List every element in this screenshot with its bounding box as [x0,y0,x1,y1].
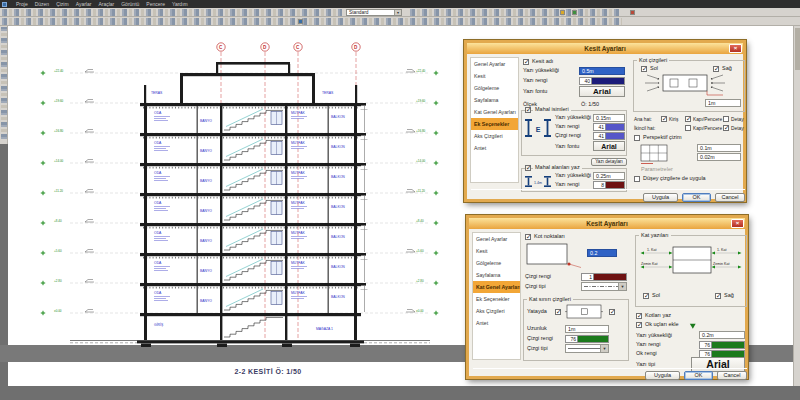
perspektif-value-1[interactable]: 0.1m [697,144,741,152]
close-icon[interactable]: × [731,219,744,228]
kapi-pencere-checkbox[interactable] [685,116,691,122]
apply-button[interactable]: Uygula [645,371,680,380]
menu-item[interactable]: Ayarlar [76,0,92,8]
kiris-checkbox[interactable] [661,116,667,122]
sag-checkbox[interactable] [713,66,719,72]
menu-item[interactable]: Pencere [146,0,165,8]
kesit-adi-checkbox[interactable] [523,59,529,65]
text-details-button[interactable]: Yazı detayları [591,158,627,166]
sidebar-item[interactable]: Genel Ayarlar [471,58,518,70]
sidebar-item[interactable]: Antet [473,317,520,329]
text-color-picker[interactable]: 76 [699,341,745,349]
kot-diagram [639,74,739,98]
font-button[interactable]: Arial [691,357,745,372]
text-color-picker[interactable]: 41 [593,123,625,131]
sidebar-item[interactable]: Ek Seçenekler [473,293,520,305]
ok-uclari-checkbox[interactable] [636,322,642,328]
sidebar-item[interactable]: Sayfalama [471,94,518,106]
section-drawing[interactable]: ODA BANYO MUTFAK BALKON C D C D [30,28,460,358]
detay-checkbox[interactable] [723,125,729,131]
close-icon[interactable]: × [729,44,742,53]
color-swatch[interactable] [578,335,609,343]
line-type-dropdown[interactable]: ▼ [565,344,609,353]
dusey-label: Düşey çizgilere de uygula [643,175,706,182]
color-swatch[interactable] [606,132,625,140]
line-color-picker[interactable]: 1 [581,273,627,281]
detay-checkbox[interactable] [723,116,729,122]
color-swatch[interactable] [606,181,625,189]
sidebar-item[interactable]: Gölgeleme [473,257,520,269]
sidebar-item[interactable]: Antet [471,142,518,154]
sol-checkbox[interactable] [641,66,647,72]
line-color-picker[interactable]: 41 [593,132,625,140]
sidebar-item[interactable]: Gölgeleme [471,82,518,94]
menu-item[interactable]: Görüntü [121,0,139,8]
text-height-input[interactable]: 0.5m [579,67,625,75]
blue-tool-icon[interactable] [298,19,303,24]
sidebar-item[interactable]: Aks Çizgileri [473,305,520,317]
menu-item[interactable]: Çizim [56,0,69,8]
vertical-scrollbar[interactable] [793,26,800,386]
color-swatch[interactable] [594,273,627,281]
cancel-button[interactable]: Cancel [717,371,747,380]
toolbar-icons[interactable] [1,27,7,139]
mahal-checkbox[interactable] [525,107,531,113]
sidebar-item[interactable]: Kesit [473,245,520,257]
menu-item[interactable]: Yardım [172,0,188,8]
apply-button[interactable]: Uygula [643,193,678,202]
sidebar-item[interactable]: Kat Genel Ayarları [471,106,518,118]
style-combo[interactable]: Standard▾ [346,9,402,16]
text-height-input[interactable]: 0.25m [593,172,625,180]
chevron-down-icon[interactable]: ▼ [600,345,608,352]
green-tool-icon[interactable] [572,10,577,15]
chevron-down-icon[interactable]: ▼ [618,283,626,290]
dusey-checkbox[interactable] [634,176,640,182]
sidebar-item-selected[interactable]: Kat Genel Ayarları [473,281,520,293]
red-tool-icon[interactable] [630,10,635,15]
sol-checkbox[interactable] [643,293,649,299]
menu-item[interactable]: Düzen [35,0,49,8]
sidebar-item[interactable]: Genel Ayarlar [473,233,520,245]
menu-item[interactable]: Araçlar [98,0,114,8]
chevron-down-icon[interactable]: ▾ [394,10,401,15]
toolbar-icons[interactable] [2,18,622,25]
kapi-pencere-checkbox[interactable] [685,125,691,131]
color-swatch[interactable] [712,341,745,349]
line-color-picker[interactable]: 76 [565,335,609,343]
line-type-dropdown[interactable]: ▼ [581,282,627,291]
text-color-picker[interactable]: 40 [579,77,625,85]
yatayda-sol-checkbox[interactable] [555,309,561,315]
toolbar-icons[interactable] [2,9,342,16]
dialog-title: Kesit Ayarları [467,43,743,54]
ok-button[interactable]: OK [684,371,713,380]
sidebar-item-selected[interactable]: Ek Seçenekler [471,118,518,130]
cancel-button[interactable]: Cancel [715,193,745,202]
kotlari-yaz-checkbox[interactable] [636,313,642,319]
font-button[interactable]: Arial [579,86,625,97]
perspektif-value-2[interactable]: 0.02m [697,153,741,161]
uzunluk-input[interactable]: 1m [565,325,609,333]
menu-item[interactable]: Proje [16,0,28,8]
svg-text:E: E [536,126,541,133]
sidebar-item[interactable]: Kesit [471,70,518,82]
text-color-picker[interactable]: 8 [593,181,625,189]
sidebar-item[interactable]: Aks Çizgileri [471,130,518,142]
yatayda-sag-checkbox[interactable] [609,309,615,315]
color-swatch[interactable] [592,77,625,85]
kot-noktalari-checkbox[interactable] [525,234,531,240]
color-swatch[interactable] [606,123,625,131]
kot-noktalari-input[interactable]: 0.2 [587,249,617,257]
toolbar-icons[interactable] [410,9,620,16]
text-height-input[interactable]: 0.2m [699,331,745,339]
perspektif-checkbox[interactable] [634,135,640,141]
scrollbar-thumb[interactable] [795,28,800,70]
kot-offset-input[interactable]: 1m [705,99,741,107]
text-height-input[interactable]: 0.15m [593,114,625,122]
font-button[interactable]: Arial [593,141,625,151]
ok-button[interactable]: OK [682,193,711,202]
room-label: MAĞAZA 1 [316,326,333,331]
alan-checkbox[interactable] [525,165,531,171]
sag-checkbox[interactable] [715,293,721,299]
highlight-tool-icon[interactable] [560,10,565,15]
sidebar-item[interactable]: Sayfalama [473,269,520,281]
